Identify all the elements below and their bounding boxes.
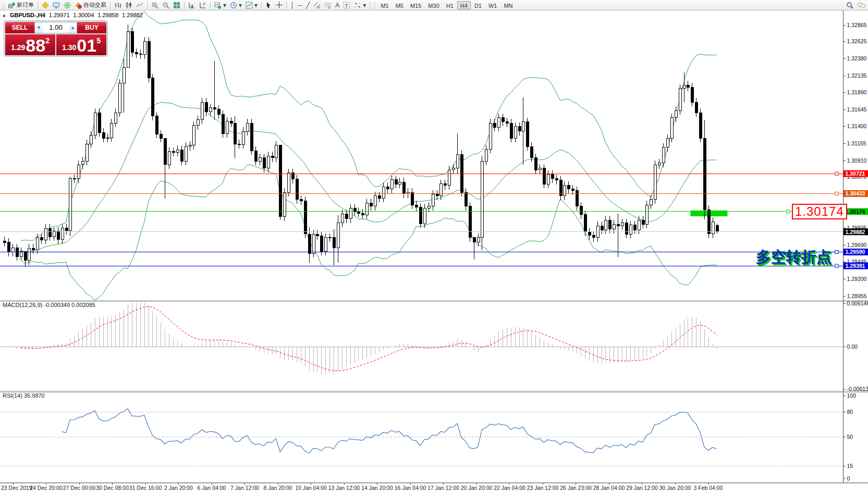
- svg-text:6 Jan 04:00: 6 Jan 04:00: [198, 485, 226, 491]
- timeframe-mn-button[interactable]: MN: [500, 1, 516, 9]
- periods-dropdown[interactable]: ▾: [228, 1, 243, 10]
- toolbar-separator: [210, 2, 211, 9]
- price-chips: 1.307211.304331.301741.295901.293911.298…: [843, 170, 868, 269]
- rsi-indicator-label: RSI(14) 35.9870: [3, 392, 45, 399]
- mt4-window: 新订单 自动交易: [0, 0, 868, 492]
- timeframe-m5-button[interactable]: M5: [393, 1, 407, 9]
- svg-text:30 Jan 20:00: 30 Jan 20:00: [659, 485, 691, 491]
- rsi-line: [62, 409, 717, 453]
- cursor-icon: [265, 2, 272, 8]
- svg-text:10 Jan 04:00: 10 Jan 04:00: [295, 485, 327, 491]
- line-handle[interactable]: [787, 210, 790, 213]
- auto-scroll-button[interactable]: [187, 1, 197, 10]
- timeframe-m1-button[interactable]: M1: [377, 1, 392, 9]
- chart-shift-button[interactable]: [198, 1, 208, 10]
- line-handle[interactable]: [835, 192, 838, 195]
- svg-text:1.30721: 1.30721: [846, 170, 865, 177]
- chart-canvas[interactable]: 1.328651.326251.323801.321351.318901.316…: [0, 10, 868, 492]
- line-handle[interactable]: [835, 264, 838, 267]
- search-icon: [846, 2, 853, 9]
- buy-price-big: 01: [77, 37, 96, 54]
- svg-text:1.31890: 1.31890: [847, 89, 867, 95]
- sell-price-small: 1.29: [11, 43, 25, 52]
- toolbar-grip: [373, 2, 376, 9]
- candles-series: [3, 24, 718, 266]
- price-level-label[interactable]: 1.30174: [792, 204, 847, 219]
- zoom-in-button[interactable]: [150, 1, 160, 10]
- zoom-out-button[interactable]: [161, 1, 171, 10]
- timeframe-m30-button[interactable]: M30: [425, 1, 442, 9]
- channel-button[interactable]: E: [312, 1, 322, 10]
- signals-button[interactable]: [62, 1, 72, 10]
- fibonacci-button[interactable]: F: [323, 1, 333, 10]
- tile-windows-button[interactable]: [172, 1, 182, 10]
- vertical-line-icon: │: [290, 2, 295, 8]
- line-handle[interactable]: [835, 172, 838, 175]
- turning-point-annotation[interactable]: 多空转折点: [756, 247, 832, 268]
- macd-signal-value: 0.002085: [71, 302, 95, 308]
- svg-text:14 Jan 20:00: 14 Jan 20:00: [361, 485, 393, 491]
- text-tool-button[interactable]: A: [334, 1, 341, 10]
- search-button[interactable]: [845, 1, 855, 10]
- sell-price-display[interactable]: 1.29 88 2: [5, 34, 55, 55]
- toolbar-separator: [110, 2, 111, 9]
- trendline-button[interactable]: ╱: [304, 1, 311, 10]
- toolbar: 新订单 自动交易: [0, 0, 868, 10]
- line-handle[interactable]: [835, 251, 838, 254]
- buy-button[interactable]: BUY: [77, 22, 106, 33]
- candle-chart-button[interactable]: [124, 1, 134, 10]
- new-order-button[interactable]: 新订单: [6, 1, 35, 10]
- timeframe-w1-button[interactable]: W1: [485, 1, 500, 9]
- buy-price-display[interactable]: 1.30 01 5: [56, 34, 106, 55]
- svg-text:1.31155: 1.31155: [847, 140, 866, 146]
- vertical-line-button[interactable]: │: [289, 1, 296, 10]
- horizontal-line-button[interactable]: ─: [297, 1, 304, 10]
- timeframe-m15-button[interactable]: M15: [407, 1, 424, 9]
- svg-text:30 Dec 08:00: 30 Dec 08:00: [96, 485, 129, 491]
- market-watch-button[interactable]: [51, 1, 62, 10]
- label-tool-button[interactable]: T: [341, 1, 352, 10]
- bollinger-lower-band: [21, 165, 717, 300]
- chart-title: ▲ GBPUSD-,H4 1.29971 1.30004 1.29858 1.2…: [2, 12, 143, 18]
- zoom-out-icon: [162, 2, 169, 9]
- macd-indicator-label: MACD(12,26,9) -0.000349 0.002085: [3, 302, 95, 308]
- volume-down-button[interactable]: ▼: [35, 22, 43, 33]
- new-chart-dropdown[interactable]: ▾: [213, 1, 228, 10]
- svg-text:1.30910: 1.30910: [847, 157, 867, 164]
- buy-price-small: 1.30: [62, 43, 76, 52]
- collapse-panel-icon[interactable]: ▲: [2, 13, 6, 18]
- crosshair-button[interactable]: [274, 1, 284, 10]
- svg-text:1.31400: 1.31400: [847, 123, 867, 129]
- autotrade-button[interactable]: 自动交易: [73, 1, 108, 10]
- ohlc-low: 1.29858: [97, 12, 118, 18]
- arrows-dropdown[interactable]: ▾: [352, 1, 368, 10]
- text-icon: A: [335, 2, 339, 8]
- svg-text:13 Jan 12:00: 13 Jan 12:00: [328, 485, 360, 491]
- dropdown-arrow-icon: ▾: [254, 2, 258, 8]
- chat-button[interactable]: [855, 1, 867, 10]
- svg-text:T: T: [345, 3, 348, 8]
- timeframe-h1-button[interactable]: H1: [443, 1, 457, 9]
- line-chart-button[interactable]: [135, 1, 145, 10]
- price-axis[interactable]: 1.328651.326251.323801.321351.318901.316…: [843, 22, 867, 299]
- styler-button[interactable]: [40, 1, 51, 10]
- svg-text:E: E: [318, 6, 320, 9]
- ohlc-high: 1.30004: [74, 12, 94, 18]
- svg-text:0: 0: [847, 475, 850, 482]
- svg-text:1.30433: 1.30433: [846, 190, 865, 196]
- date-axis[interactable]: 23 Dec 201924 Dec 20:0027 Dec 00:0030 De…: [1, 483, 723, 491]
- bar-chart-button[interactable]: [113, 1, 123, 10]
- volume-input[interactable]: 1.00: [43, 22, 69, 33]
- svg-text:7 Jan 12:00: 7 Jan 12:00: [230, 485, 259, 491]
- svg-text:29 Jan 12:00: 29 Jan 12:00: [626, 485, 658, 491]
- clock-icon: [230, 2, 237, 9]
- timeframe-d1-button[interactable]: D1: [471, 1, 485, 9]
- timeframe-h4-button[interactable]: H4: [457, 1, 471, 9]
- svg-text:1.32135: 1.32135: [847, 72, 867, 79]
- sell-button[interactable]: SELL: [5, 22, 34, 33]
- volume-up-button[interactable]: ▲: [69, 22, 77, 33]
- cursor-button[interactable]: [264, 1, 274, 10]
- svg-text:17 Jan 12:00: 17 Jan 12:00: [427, 485, 459, 491]
- tile-windows-icon: [173, 2, 180, 9]
- templates-dropdown[interactable]: ▾: [244, 1, 259, 10]
